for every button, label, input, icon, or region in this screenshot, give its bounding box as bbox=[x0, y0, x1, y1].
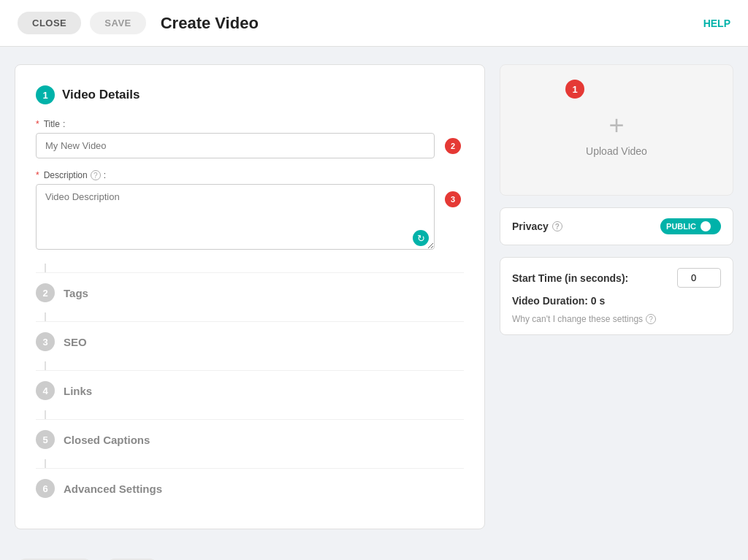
privacy-card: Privacy ? PUBLIC bbox=[500, 207, 733, 245]
title-label-text: Title bbox=[44, 119, 60, 129]
connector-4 bbox=[45, 410, 46, 419]
step-3-badge: 3 bbox=[445, 191, 461, 207]
refresh-icon[interactable]: ↻ bbox=[413, 230, 429, 246]
toggle-label: PUBLIC bbox=[666, 222, 696, 231]
main-content: 1 Video Details * Title : 2 * Descriptio… bbox=[0, 47, 748, 547]
links-section[interactable]: 4 Links bbox=[36, 370, 464, 410]
settings-help-icon[interactable]: ? bbox=[646, 314, 656, 324]
description-textarea[interactable] bbox=[36, 184, 435, 250]
captions-section[interactable]: 5 Closed Captions bbox=[36, 419, 464, 459]
tags-label: Tags bbox=[64, 287, 88, 299]
seo-section[interactable]: 3 SEO bbox=[36, 321, 464, 361]
connector-5 bbox=[45, 459, 46, 468]
seo-step-num: 3 bbox=[36, 332, 55, 351]
upload-step-badge: 1 bbox=[565, 80, 584, 99]
left-panel: 1 Video Details * Title : 2 * Descriptio… bbox=[15, 64, 485, 529]
header: CLOSE SAVE Create Video HELP bbox=[0, 0, 748, 47]
collapsible-sections: 2 Tags 3 SEO 4 Links 5 Closed Captions 6 bbox=[36, 264, 464, 508]
help-link[interactable]: HELP bbox=[703, 18, 730, 29]
save-button[interactable]: SAVE bbox=[90, 12, 145, 34]
upload-area[interactable]: 1 + Upload Video bbox=[500, 64, 733, 196]
links-label: Links bbox=[64, 385, 92, 397]
upload-plus-icon: + bbox=[608, 110, 624, 141]
connector-1 bbox=[45, 264, 46, 272]
title-input[interactable] bbox=[36, 133, 435, 158]
desc-required-star: * bbox=[36, 170, 39, 180]
connector-2 bbox=[45, 312, 46, 321]
settings-link[interactable]: Why can't I change these settings ? bbox=[512, 314, 721, 324]
title-required-star: * bbox=[36, 119, 39, 129]
step-2-badge: 2 bbox=[445, 138, 461, 154]
title-field-group: * Title : 2 bbox=[36, 119, 464, 158]
upload-label: Upload Video bbox=[586, 145, 647, 157]
connector-3 bbox=[45, 361, 46, 370]
start-time-row: Start Time (in seconds): bbox=[512, 268, 721, 288]
footer: PREVIOUS NEXT 4 bbox=[0, 547, 748, 560]
tags-step-num: 2 bbox=[36, 283, 55, 302]
close-button[interactable]: CLOSE bbox=[18, 12, 81, 34]
desc-help-icon[interactable]: ? bbox=[91, 170, 101, 180]
description-label: * Description ? : bbox=[36, 170, 464, 180]
video-details-title: Video Details bbox=[62, 88, 140, 102]
start-time-input[interactable] bbox=[677, 268, 721, 288]
right-panel: 1 + Upload Video Privacy ? PUBLIC Start … bbox=[500, 64, 733, 529]
privacy-toggle[interactable]: PUBLIC bbox=[660, 218, 721, 234]
advanced-label: Advanced Settings bbox=[64, 483, 162, 495]
privacy-help-icon[interactable]: ? bbox=[552, 221, 562, 231]
duration-row: Video Duration: 0 s bbox=[512, 295, 721, 307]
captions-label: Closed Captions bbox=[64, 434, 150, 446]
step-1-badge: 1 bbox=[36, 85, 55, 104]
page-title: Create Video bbox=[161, 14, 259, 33]
tags-section[interactable]: 2 Tags bbox=[36, 272, 464, 312]
desc-label-text: Description bbox=[44, 170, 88, 180]
video-details-header: 1 Video Details bbox=[36, 85, 464, 104]
advanced-step-num: 6 bbox=[36, 479, 55, 498]
title-label: * Title : bbox=[36, 119, 464, 129]
toggle-dot bbox=[701, 221, 711, 231]
timing-card: Start Time (in seconds): Video Duration:… bbox=[500, 257, 733, 335]
settings-link-text: Why can't I change these settings bbox=[512, 314, 643, 324]
advanced-section[interactable]: 6 Advanced Settings bbox=[36, 468, 464, 508]
captions-step-num: 5 bbox=[36, 430, 55, 449]
seo-label: SEO bbox=[64, 336, 87, 348]
description-field-group: * Description ? : 3 ↻ bbox=[36, 170, 464, 252]
links-step-num: 4 bbox=[36, 381, 55, 400]
privacy-label-text: Privacy bbox=[512, 220, 549, 232]
start-time-label: Start Time (in seconds): bbox=[512, 272, 628, 284]
privacy-label: Privacy ? bbox=[512, 220, 562, 232]
